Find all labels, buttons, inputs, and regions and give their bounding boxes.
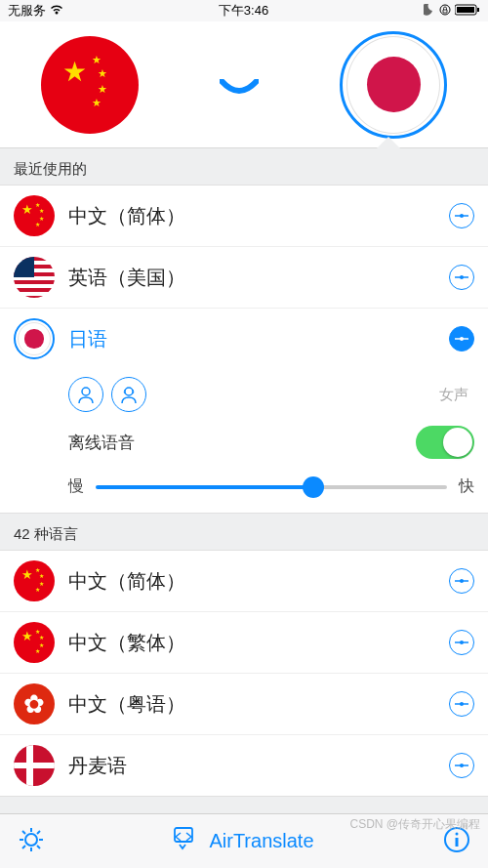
source-language-button[interactable]: ★★★★★ (41, 36, 139, 134)
voice-settings-panel: 女声 离线语音 慢 快 (0, 369, 488, 513)
svg-point-5 (460, 214, 464, 218)
app-title-button[interactable]: AirTranslate (174, 827, 313, 855)
svg-rect-32 (455, 838, 458, 847)
all-languages-title: 42 种语言 (0, 514, 488, 550)
clock: 下午3:46 (219, 2, 268, 20)
svg-line-26 (37, 846, 40, 848)
offline-voice-toggle[interactable] (416, 426, 474, 459)
select-indicator-icon[interactable] (449, 265, 474, 290)
language-label: 英语（美国） (68, 265, 435, 291)
svg-point-15 (460, 641, 464, 644)
svg-point-11 (125, 388, 133, 395)
language-row[interactable]: ★★★★★ 中文（简体） (0, 551, 488, 612)
carrier-label: 无服务 (8, 2, 46, 20)
flag-dk-icon (14, 745, 55, 786)
all-languages-list: ★★★★★ 中文（简体） ★★★★★ 中文（繁体） ✿ 中文（粤语） 丹麦语 (0, 550, 488, 797)
settings-button[interactable] (18, 826, 45, 857)
language-label: 日语 (68, 326, 435, 352)
language-row[interactable]: ✿ 中文（粤语） (0, 674, 488, 735)
svg-point-19 (460, 764, 464, 767)
voice-type-label: 女声 (439, 386, 474, 404)
speed-max-label: 快 (459, 476, 474, 497)
app-name-label: AirTranslate (209, 830, 313, 852)
flag-cn-icon: ★★★★★ (14, 622, 55, 663)
language-label: 中文（简体） (68, 203, 435, 229)
flag-cn-icon: ★★★★★ (14, 195, 55, 236)
recent-list: ★★★★★ 中文（简体） 英语（美国） 日语 女声 (0, 185, 488, 514)
speed-slider[interactable] (96, 485, 447, 489)
select-indicator-icon[interactable] (449, 691, 474, 717)
select-indicator-icon[interactable] (449, 326, 474, 351)
swap-languages-icon[interactable] (220, 64, 259, 105)
svg-point-20 (25, 834, 37, 846)
language-row[interactable]: 丹麦语 (0, 735, 488, 796)
flag-jp-icon (14, 318, 55, 359)
language-row[interactable]: ★★★★★ 中文（简体） (0, 186, 488, 247)
language-label: 中文（简体） (68, 568, 435, 595)
status-bar: 无服务 下午3:46 (0, 0, 488, 21)
svg-point-17 (460, 702, 464, 706)
female-voice-button[interactable] (111, 377, 146, 412)
language-label: 丹麦语 (68, 753, 435, 779)
language-row[interactable]: 英语（美国） (0, 247, 488, 309)
flag-us-icon (14, 257, 55, 298)
selection-pointer-icon (377, 137, 400, 148)
svg-point-7 (460, 275, 464, 279)
select-indicator-icon[interactable] (449, 630, 474, 655)
offline-voice-label: 离线语音 (68, 432, 135, 454)
language-row[interactable]: ★★★★★ 中文（繁体） (0, 612, 488, 674)
battery-icon (455, 4, 480, 19)
language-row[interactable]: 日语 (0, 309, 488, 369)
language-label: 中文（粤语） (68, 691, 435, 718)
target-language-button[interactable] (340, 31, 447, 139)
male-voice-button[interactable] (68, 377, 103, 412)
flag-cn-icon: ★★★★★ (14, 560, 55, 601)
translate-icon (174, 827, 201, 855)
svg-line-28 (37, 831, 40, 834)
wifi-icon (50, 4, 63, 19)
language-label: 中文（繁体） (68, 630, 435, 656)
svg-point-10 (82, 388, 90, 395)
language-header: ★★★★★ (0, 21, 488, 148)
select-indicator-icon[interactable] (449, 568, 474, 594)
lock-icon (439, 4, 451, 19)
select-indicator-icon[interactable] (449, 203, 474, 228)
svg-line-25 (22, 831, 25, 834)
svg-point-9 (460, 337, 464, 341)
select-indicator-icon[interactable] (449, 753, 474, 778)
speed-min-label: 慢 (68, 476, 84, 497)
svg-point-13 (460, 579, 464, 583)
moon-icon (424, 4, 435, 19)
svg-rect-3 (477, 8, 479, 12)
svg-line-27 (22, 846, 25, 848)
recent-section-title: 最近使用的 (0, 148, 488, 185)
watermark: CSDN @传奇开心果编程 (349, 816, 480, 833)
flag-hk-icon: ✿ (14, 683, 55, 724)
svg-rect-2 (457, 7, 474, 13)
